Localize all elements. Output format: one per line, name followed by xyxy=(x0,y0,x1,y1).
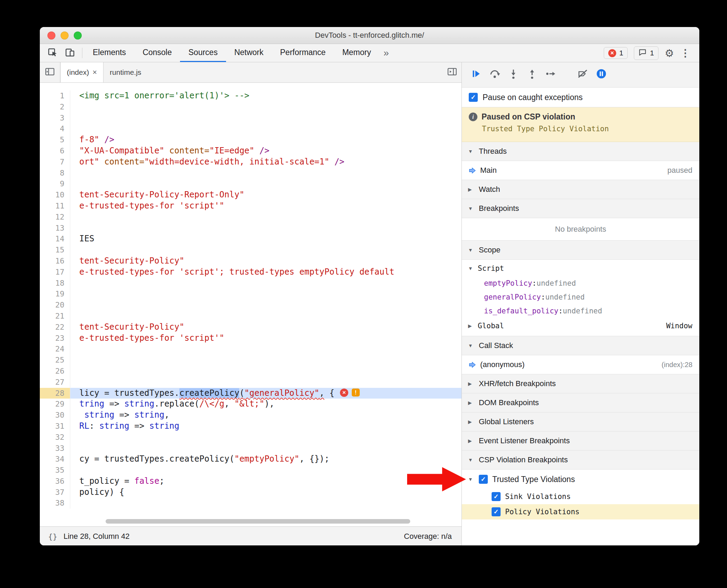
line-number[interactable]: 28 xyxy=(40,388,70,399)
section-threads[interactable]: ▼ Threads xyxy=(462,142,699,161)
step-out-button[interactable] xyxy=(523,67,541,83)
file-tab-runtime[interactable]: runtime.js xyxy=(104,62,147,82)
inspect-element-button[interactable] xyxy=(45,46,60,60)
file-tab-index[interactable]: (index) × xyxy=(60,62,104,82)
scope-global-row[interactable]: ▶ Global Window xyxy=(462,318,699,334)
policy-violations-row[interactable]: ✓ Policy Violations xyxy=(462,504,699,519)
section-scope[interactable]: ▼ Scope xyxy=(462,241,699,260)
show-navigator-button[interactable] xyxy=(40,62,60,82)
line-number[interactable]: 7 xyxy=(40,157,70,168)
message-count-badge[interactable]: 1 xyxy=(634,46,658,60)
section-xhr-fetch-breakpoints[interactable]: ▶XHR/fetch Breakpoints xyxy=(462,374,699,393)
more-tabs-button[interactable]: » xyxy=(379,44,393,62)
pretty-print-icon[interactable]: {} xyxy=(48,532,57,541)
line-number[interactable]: 17 xyxy=(40,267,70,278)
line-number[interactable]: 22 xyxy=(40,322,70,333)
step-out-icon xyxy=(527,68,538,81)
line-number[interactable]: 3 xyxy=(40,113,70,124)
line-number[interactable]: 8 xyxy=(40,168,70,179)
close-tab-icon[interactable]: × xyxy=(92,68,97,77)
resume-button[interactable] xyxy=(467,67,485,83)
line-number[interactable]: 24 xyxy=(40,344,70,355)
error-count-badge[interactable]: × 1 xyxy=(604,47,628,59)
section-event-listener-breakpoints[interactable]: ▶Event Listener Breakpoints xyxy=(462,431,699,451)
line-number[interactable]: 12 xyxy=(40,212,70,223)
section-dom-breakpoints[interactable]: ▶DOM Breakpoints xyxy=(462,393,699,412)
tab-console[interactable]: Console xyxy=(134,44,180,62)
line-number[interactable]: 13 xyxy=(40,223,70,234)
line-number[interactable]: 11 xyxy=(40,201,70,212)
pause-on-caught-checkbox[interactable]: ✓ xyxy=(469,93,478,102)
policy-violations-checkbox[interactable]: ✓ xyxy=(492,507,501,516)
error-icon[interactable]: × xyxy=(340,389,348,397)
line-number[interactable]: 36 xyxy=(40,476,70,487)
line-number[interactable]: 10 xyxy=(40,189,70,201)
section-global-listeners[interactable]: ▶Global Listeners xyxy=(462,412,699,431)
line-number[interactable]: 15 xyxy=(40,244,70,256)
call-stack-frame[interactable]: (anonymous) (index):28 xyxy=(462,355,699,374)
line-number[interactable]: 18 xyxy=(40,278,70,289)
line-number[interactable]: 16 xyxy=(40,256,70,267)
tab-sources[interactable]: Sources xyxy=(180,44,226,62)
sink-violations-checkbox[interactable]: ✓ xyxy=(492,492,501,501)
trusted-type-violations-checkbox[interactable]: ✓ xyxy=(479,475,488,484)
line-number[interactable]: 30 xyxy=(40,410,70,421)
line-number[interactable]: 14 xyxy=(40,233,70,244)
code-editor[interactable]: 1<img src=1 onerror='alert(1)'> -->2345f… xyxy=(40,83,461,526)
titlebar: DevTools - tt-enforced.glitch.me/ xyxy=(40,27,699,44)
line-number[interactable]: 32 xyxy=(40,432,70,443)
line-number[interactable]: 21 xyxy=(40,311,70,322)
issue-icon[interactable]: ! xyxy=(352,389,360,397)
line-content xyxy=(70,212,461,223)
step-button[interactable] xyxy=(541,67,560,83)
section-breakpoints[interactable]: ▼ Breakpoints xyxy=(462,199,699,218)
line-number[interactable]: 25 xyxy=(40,355,70,366)
scope-script-row[interactable]: ▼ Script xyxy=(462,260,699,276)
inspect-cursor-icon xyxy=(47,47,58,59)
code-token: , {}); xyxy=(299,454,330,464)
line-number[interactable]: 31 xyxy=(40,421,70,432)
section-call-stack[interactable]: ▼ Call Stack xyxy=(462,336,699,355)
line-content: e-trusted-types-for 'script'" xyxy=(70,333,461,344)
section-csp-violation-breakpoints[interactable]: ▼ CSP Violation Breakpoints xyxy=(462,451,699,470)
tab-performance[interactable]: Performance xyxy=(272,44,334,62)
line-number[interactable]: 1 xyxy=(40,90,70,101)
line-number[interactable]: 9 xyxy=(40,178,70,189)
line-number[interactable]: 19 xyxy=(40,288,70,300)
scope-variable[interactable]: is_default_policy: undefined xyxy=(462,304,699,318)
step-into-button[interactable] xyxy=(504,67,523,83)
line-number[interactable]: 29 xyxy=(40,399,70,410)
toolbar-divider xyxy=(82,48,82,58)
scope-variable[interactable]: emptyPolicy: undefined xyxy=(462,276,699,290)
line-number[interactable]: 38 xyxy=(40,498,70,509)
section-label: Threads xyxy=(479,147,507,156)
deactivate-breakpoints-button[interactable] xyxy=(573,67,592,83)
scope-variable[interactable]: generalPolicy: undefined xyxy=(462,290,699,304)
open-preview-button[interactable] xyxy=(447,62,457,82)
thread-main-row[interactable]: Main paused xyxy=(462,161,699,180)
line-number[interactable]: 37 xyxy=(40,487,70,498)
line-number[interactable]: 20 xyxy=(40,300,70,311)
trusted-type-violations-row[interactable]: ▼ ✓ Trusted Type Violations xyxy=(462,470,699,489)
kebab-menu-icon[interactable]: ⋮ xyxy=(680,47,690,59)
tab-memory[interactable]: Memory xyxy=(334,44,379,62)
line-number[interactable]: 35 xyxy=(40,465,70,476)
line-number[interactable]: 27 xyxy=(40,377,70,388)
line-number[interactable]: 4 xyxy=(40,123,70,134)
settings-gear-icon[interactable]: ⚙ xyxy=(665,47,674,59)
tab-network[interactable]: Network xyxy=(226,44,272,62)
line-number[interactable]: 26 xyxy=(40,366,70,377)
line-number[interactable]: 6 xyxy=(40,145,70,157)
line-number[interactable]: 33 xyxy=(40,443,70,454)
tab-elements[interactable]: Elements xyxy=(84,44,134,62)
sink-violations-row[interactable]: ✓ Sink Violations xyxy=(462,489,699,504)
pause-on-exceptions-button[interactable] xyxy=(592,67,611,83)
horizontal-scrollbar[interactable] xyxy=(106,519,410,524)
line-number[interactable]: 34 xyxy=(40,454,70,465)
line-number[interactable]: 5 xyxy=(40,134,70,145)
section-watch[interactable]: ▶ Watch xyxy=(462,180,699,199)
line-number[interactable]: 2 xyxy=(40,101,70,113)
device-toolbar-button[interactable] xyxy=(63,46,77,60)
line-number[interactable]: 23 xyxy=(40,333,70,344)
step-over-button[interactable] xyxy=(485,67,504,83)
